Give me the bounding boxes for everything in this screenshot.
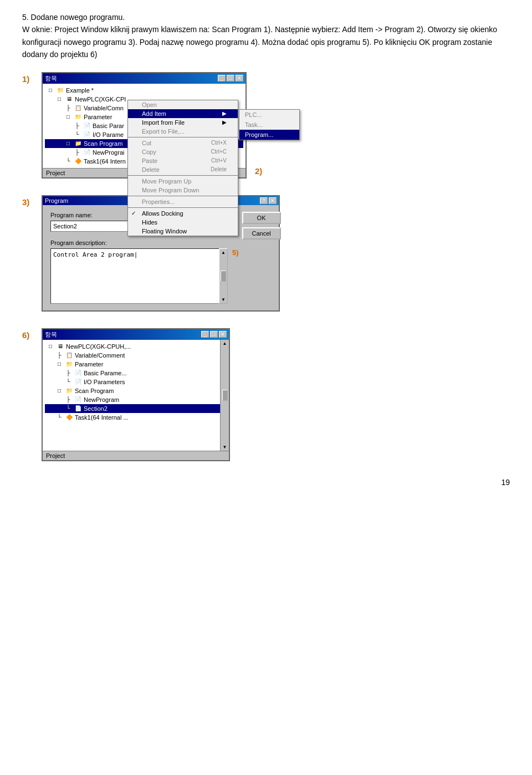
doc-icon6: 📄: [74, 405, 83, 412]
intro-section: 5. Dodane nowego programu. W oknie: Proj…: [22, 11, 510, 61]
cancel-button[interactable]: Cancel: [242, 227, 281, 239]
ctx-delete[interactable]: Delete Delete: [128, 165, 238, 174]
ctx-copy-label: Copy: [142, 149, 156, 155]
step1-row: 1) 항목 _ □ ✕ □ 📁 Example *: [22, 72, 510, 179]
scrollbar-thumb2[interactable]: [222, 390, 228, 401]
tree-row6: ├ 📋 Variable/Comment: [45, 351, 227, 360]
tree-leaf-icon6: └: [55, 414, 64, 421]
maximize-btn2[interactable]: □: [210, 331, 218, 338]
ok-button[interactable]: OK: [242, 212, 281, 224]
dialog-titlebar-buttons: ? ✕: [260, 197, 277, 204]
tree-node-label: Task1(64 Intern: [84, 158, 126, 165]
tree-node-label: I/O Parame: [93, 131, 124, 138]
tree-leaf-icon: ├: [64, 104, 73, 112]
program-desc-input[interactable]: Control Area 2 program|: [50, 248, 228, 304]
scrollbar-up-btn[interactable]: ▲: [221, 250, 226, 255]
tree-expand-icon: □: [64, 140, 73, 147]
minimize-btn[interactable]: _: [218, 75, 226, 81]
submenu-task[interactable]: Task...: [239, 120, 299, 130]
submenu-plc[interactable]: PLC...: [239, 110, 299, 120]
ctx-move-down-label: Move Program Down: [142, 187, 199, 193]
ctx-sep2: [128, 175, 238, 176]
dialog-button-group: OK Cancel: [242, 212, 281, 239]
project-window2-title: 항목: [45, 330, 57, 339]
step5-badge: 5): [232, 248, 239, 257]
ctx-open[interactable]: Open: [128, 100, 238, 109]
doc-icon: 📄: [83, 131, 91, 139]
tree-node-label: NewPrograi: [93, 149, 124, 156]
tree-leaf-icon6: └: [64, 378, 73, 386]
step3-label: 3): [22, 197, 42, 207]
ctx-hides[interactable]: Hides: [128, 218, 238, 227]
tree-row6-section2[interactable]: └ 📄 Section2: [45, 404, 227, 413]
submenu-program-label: Program...: [245, 131, 273, 138]
tree-row6: □ 📁 Parameter: [45, 360, 227, 369]
intro-line2: W oknie: Project Window kliknij prawym k…: [22, 23, 510, 60]
ctx-move-down[interactable]: Move Program Down: [128, 186, 238, 195]
submenu-arrow-icon: ▶: [222, 110, 227, 116]
scan-program-icon: 📁: [74, 140, 83, 147]
submenu-arrow-icon2: ▶: [222, 119, 227, 125]
close-btn2[interactable]: ✕: [219, 331, 227, 338]
folder-icon: 📁: [74, 113, 83, 121]
doc-icon6: 📄: [74, 396, 83, 404]
maximize-btn[interactable]: □: [227, 75, 234, 81]
tree-node-label: Scan Program: [84, 140, 122, 147]
doc-icon6: 📄: [74, 369, 83, 377]
ctx-add-item[interactable]: Add Item ▶ PLC... Task... Program...: [128, 109, 238, 118]
tree-expand-icon: □: [55, 95, 64, 103]
dialog-close-btn[interactable]: ✕: [269, 197, 277, 204]
tree-expand-icon: □: [46, 86, 55, 94]
ctx-allows-docking-label: Allows Docking: [142, 210, 183, 217]
tree-node-label6: Basic Parame...: [84, 370, 127, 376]
tree-row: □ 📁 Example *: [45, 86, 243, 95]
minimize-btn2[interactable]: _: [201, 331, 209, 338]
ctx-properties-label: Properties...: [142, 198, 175, 205]
scrollbar-down-btn[interactable]: ▼: [221, 297, 226, 302]
folder-icon6: 📁: [65, 360, 74, 368]
ctx-import-label: Import from File: [142, 119, 185, 126]
tree-leaf-icon: └: [64, 157, 73, 165]
ctx-allows-docking[interactable]: ✓ Allows Docking: [128, 209, 238, 218]
scrollbar-down2[interactable]: ▼: [223, 445, 227, 450]
tree-node-label6: NewProgram: [84, 396, 119, 403]
ctx-delete-label: Delete: [142, 166, 160, 173]
ctx-import[interactable]: Import from File ▶: [128, 118, 238, 127]
tree-leaf-icon6: ├: [64, 369, 73, 377]
tree-node-label6: Variable/Comment: [75, 352, 125, 359]
ctx-move-up[interactable]: Move Program Up: [128, 177, 238, 186]
ctx-export[interactable]: Export to File,...: [128, 127, 238, 136]
tree-row6: ├ 📄 Basic Parame...: [45, 369, 227, 378]
submenu-task-label: Task...: [245, 121, 263, 128]
scrollbar-up2[interactable]: ▲: [223, 341, 227, 346]
folder-icon: 📁: [56, 86, 65, 94]
scrollbar-thumb[interactable]: [221, 271, 226, 282]
ctx-cut-shortcut: Ctrl+X: [211, 140, 227, 146]
page-number: 19: [22, 478, 510, 487]
submenu-program[interactable]: Program...: [239, 130, 299, 140]
doc-icon6: 📋: [65, 351, 74, 359]
dialog-question-btn[interactable]: ?: [260, 197, 268, 204]
scan-program-icon6: 📁: [65, 387, 74, 395]
ctx-hides-label: Hides: [142, 219, 157, 226]
ctx-copy-shortcut: Ctrl+C: [211, 149, 227, 155]
doc-icon6: 📄: [74, 378, 83, 386]
ctx-paste[interactable]: Paste Ctrl+V: [128, 156, 238, 165]
tree-row6: ├ 📄 NewProgram: [45, 395, 227, 404]
tree-expand-icon6: □: [55, 360, 64, 368]
ctx-move-up-label: Move Program Up: [142, 178, 191, 185]
ctx-floating-label: Floating Window: [142, 228, 187, 234]
ctx-sep3: [128, 196, 238, 196]
tree-node-label6-section2: Section2: [84, 405, 108, 412]
tree-node-label: NewPLC(XGK-CPI: [75, 96, 126, 103]
ctx-copy[interactable]: Copy Ctrl+C: [128, 147, 238, 156]
ctx-floating[interactable]: Floating Window: [128, 227, 238, 236]
ctx-properties[interactable]: Properties...: [128, 197, 238, 206]
tree-node-label: Basic Parar: [93, 123, 124, 129]
ctx-cut[interactable]: Cut Ctrl+X: [128, 139, 238, 147]
doc-icon: 📄: [83, 122, 91, 130]
titlebar-buttons2: _ □ ✕: [201, 331, 227, 338]
tree-row6: □ 📁 Scan Program: [45, 386, 227, 395]
close-btn[interactable]: ✕: [236, 75, 243, 81]
tree-leaf-icon6: ├: [55, 351, 64, 359]
